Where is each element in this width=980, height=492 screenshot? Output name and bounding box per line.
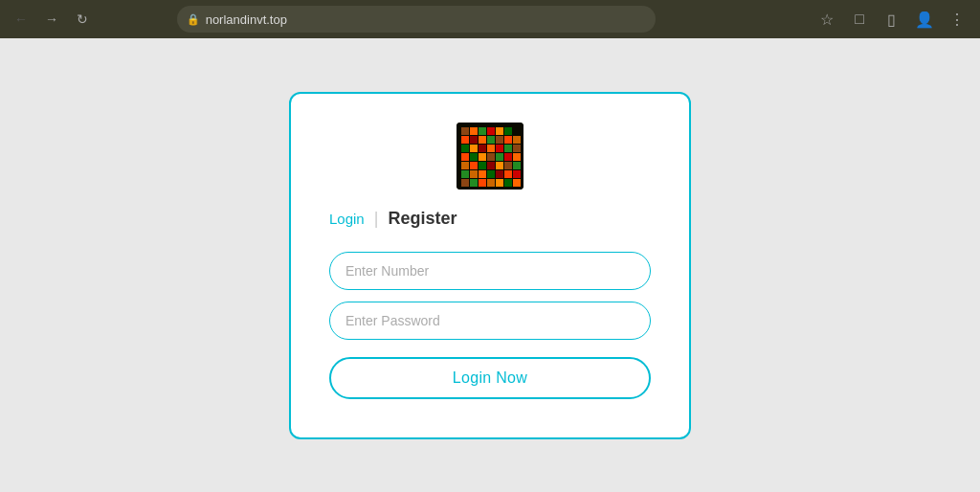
- svg-rect-16: [479, 145, 486, 152]
- svg-rect-14: [461, 145, 469, 152]
- extensions-button[interactable]: □: [846, 6, 873, 33]
- tab-register[interactable]: Register: [388, 209, 457, 229]
- tab-login[interactable]: Login: [329, 211, 374, 227]
- svg-rect-43: [470, 179, 478, 187]
- svg-rect-9: [479, 136, 486, 144]
- svg-rect-41: [513, 170, 521, 178]
- svg-rect-44: [479, 179, 486, 187]
- page-content: Login | Register Login Now: [0, 38, 980, 492]
- svg-rect-3: [479, 127, 486, 135]
- svg-rect-37: [479, 170, 486, 178]
- password-field-group: [329, 302, 651, 340]
- svg-rect-10: [487, 136, 495, 144]
- svg-rect-21: [461, 153, 469, 161]
- svg-rect-22: [470, 153, 478, 161]
- svg-rect-29: [470, 162, 478, 169]
- browser-toolbar: ← → ↻ 🔒 norlandinvt.top ☆ □ ▯ 👤 ⋮: [0, 0, 980, 38]
- svg-rect-11: [496, 136, 503, 144]
- number-field-group: [329, 252, 651, 290]
- browser-actions: ☆ □ ▯ 👤 ⋮: [813, 6, 970, 33]
- sidebar-button[interactable]: ▯: [879, 6, 905, 33]
- login-card: Login | Register Login Now: [289, 92, 691, 439]
- bookmark-button[interactable]: ☆: [813, 6, 840, 33]
- url-text: norlandinvt.top: [206, 12, 287, 27]
- svg-rect-42: [461, 179, 469, 187]
- svg-rect-4: [487, 127, 495, 135]
- svg-rect-12: [504, 136, 512, 144]
- svg-rect-31: [487, 162, 495, 169]
- svg-rect-25: [496, 153, 503, 161]
- svg-rect-17: [487, 145, 495, 152]
- svg-rect-36: [470, 170, 478, 178]
- logo-image: [457, 123, 523, 190]
- reload-button[interactable]: ↻: [71, 8, 94, 31]
- logo-svg: [457, 123, 523, 190]
- back-button[interactable]: ←: [10, 8, 33, 31]
- svg-rect-7: [461, 136, 469, 144]
- svg-rect-2: [470, 127, 478, 135]
- svg-rect-33: [504, 162, 512, 169]
- logo-container: [457, 123, 523, 190]
- svg-rect-30: [479, 162, 486, 169]
- forward-button[interactable]: →: [40, 8, 63, 31]
- password-input[interactable]: [329, 302, 651, 340]
- svg-rect-19: [504, 145, 512, 152]
- svg-rect-27: [513, 153, 521, 161]
- svg-rect-1: [461, 127, 469, 135]
- svg-rect-6: [504, 127, 512, 135]
- login-button[interactable]: Login Now: [329, 357, 651, 399]
- svg-rect-15: [470, 145, 478, 152]
- svg-rect-26: [504, 153, 512, 161]
- svg-rect-47: [504, 179, 512, 187]
- svg-rect-24: [487, 153, 495, 161]
- profile-button[interactable]: 👤: [911, 6, 938, 33]
- tab-divider: |: [374, 209, 379, 229]
- svg-rect-34: [513, 162, 521, 169]
- svg-rect-39: [496, 170, 503, 178]
- svg-rect-46: [496, 179, 503, 187]
- svg-rect-23: [479, 153, 486, 161]
- svg-rect-18: [496, 145, 503, 152]
- svg-rect-20: [513, 145, 521, 152]
- number-input[interactable]: [329, 252, 651, 290]
- tab-row: Login | Register: [329, 209, 651, 229]
- svg-rect-28: [461, 162, 469, 169]
- menu-button[interactable]: ⋮: [944, 6, 970, 33]
- svg-rect-8: [470, 136, 478, 144]
- svg-rect-35: [461, 170, 469, 178]
- svg-rect-40: [504, 170, 512, 178]
- svg-rect-45: [487, 179, 495, 187]
- address-bar[interactable]: 🔒 norlandinvt.top: [177, 6, 656, 33]
- svg-rect-48: [513, 179, 521, 187]
- svg-rect-32: [496, 162, 503, 169]
- svg-rect-38: [487, 170, 495, 178]
- lock-icon: 🔒: [187, 13, 200, 26]
- svg-rect-5: [496, 127, 503, 135]
- svg-rect-13: [513, 136, 521, 144]
